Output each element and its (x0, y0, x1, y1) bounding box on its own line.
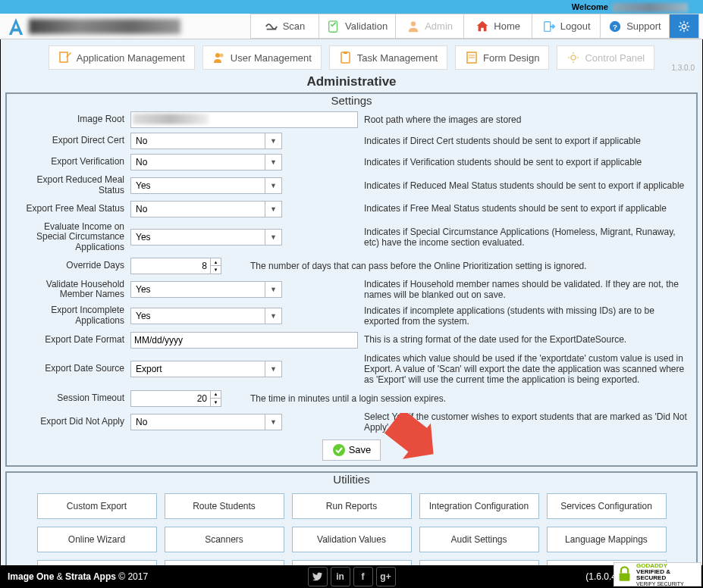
btn-validation-values[interactable]: Validation Values (292, 527, 412, 552)
form-icon (465, 51, 479, 64)
spinner-down-icon[interactable]: ▼ (211, 399, 221, 406)
row-export-reduced: Export Reduced Meal Status Yes▼ Indicate… (14, 175, 689, 196)
btn-custom-export[interactable]: Custom Export (37, 493, 157, 519)
input-export-date-fmt[interactable] (130, 332, 358, 349)
nav-home[interactable]: Home (463, 14, 532, 39)
home-icon (475, 20, 489, 33)
svg-rect-2 (544, 21, 550, 31)
cog-icon (566, 51, 580, 64)
nav-extra[interactable] (669, 14, 699, 39)
chevron-down-icon: ▼ (265, 178, 281, 193)
twitter-icon[interactable] (308, 567, 328, 586)
select-export-verif[interactable]: No▼ (130, 154, 282, 170)
select-validate-hh[interactable]: Yes▼ (130, 281, 282, 298)
btn-language-mappings[interactable]: Language Mappings (547, 527, 667, 552)
select-export-reduced[interactable]: Yes▼ (130, 177, 282, 194)
subnav-task-management[interactable]: Task Management (329, 45, 447, 70)
row-export-incomplete: Export Incomplete Applications Yes▼ Indi… (14, 305, 689, 327)
btn-run-reports[interactable]: Run Reports (292, 493, 412, 519)
btn-services-config[interactable]: Services Configuration (547, 493, 667, 519)
nav-validation[interactable]: Validation (319, 14, 395, 39)
svg-line-11 (686, 29, 688, 30)
lock-icon (616, 565, 633, 583)
save-button[interactable]: Save (322, 439, 381, 461)
row-export-date-fmt: Export Date Format This is a string form… (14, 332, 689, 349)
nav-scan[interactable]: Scan (250, 14, 319, 39)
row-export-direct: Export Direct Cert No▼ Indicates if Dire… (14, 133, 689, 149)
linkedin-icon[interactable]: in (331, 567, 350, 586)
spinner-up-icon[interactable]: ▲ (211, 258, 221, 267)
btn-scanners[interactable]: Scanners (165, 527, 284, 552)
row-export-verif: Export Verification No▼ Indicates if Ver… (14, 154, 689, 170)
svg-point-5 (682, 24, 686, 28)
label-image-root: Image Root (14, 114, 124, 125)
chevron-down-icon: ▼ (265, 308, 281, 324)
top-nav: Scan Validation Admin Home Logout ? Supp… (0, 14, 703, 39)
svg-rect-17 (341, 52, 350, 63)
subnav-control-panel[interactable]: Control Panel (557, 45, 654, 70)
welcome-label: Welcome (572, 2, 608, 11)
subnav-app-management[interactable]: Application Management (49, 45, 195, 70)
svg-line-12 (679, 29, 681, 30)
row-eval-income: Evaluate Income on Special Circumstance … (14, 222, 689, 253)
select-export-direct[interactable]: No▼ (130, 133, 282, 149)
select-export-incomplete[interactable]: Yes▼ (130, 308, 282, 324)
page-title: Administrative (1, 74, 702, 89)
select-eval-income[interactable]: Yes▼ (130, 229, 282, 246)
select-export-dna[interactable]: No▼ (130, 414, 282, 430)
utilities-title: Utilities (7, 471, 696, 487)
nav-logout-label: Logout (560, 20, 591, 32)
spinner-down-icon[interactable]: ▼ (211, 266, 221, 274)
select-export-free[interactable]: No▼ (130, 201, 282, 217)
scan-icon (265, 20, 278, 33)
select-export-date-src[interactable]: Export▼ (130, 361, 282, 377)
row-image-root: Image Root Root path where the images ar… (14, 111, 689, 128)
row-export-free: Export Free Meal Status No▼ Indicates if… (14, 201, 689, 217)
spinner-up-icon[interactable]: ▲ (211, 391, 221, 399)
footer-brand: Image One & Strata Apps © 2017 (8, 571, 148, 582)
btn-online-wizard[interactable]: Online Wizard (37, 527, 157, 552)
row-session-timeout: Session Timeout 20▲▼ The time in minutes… (14, 390, 689, 407)
nav-logout[interactable]: Logout (532, 14, 600, 39)
chevron-down-icon: ▼ (265, 414, 281, 430)
svg-rect-18 (344, 52, 347, 54)
btn-audit-settings[interactable]: Audit Settings (419, 527, 539, 552)
logo-area (0, 14, 250, 39)
welcome-bar: Welcome (0, 0, 703, 14)
input-image-root[interactable] (130, 111, 358, 128)
svg-point-15 (215, 53, 220, 58)
doc-pencil-icon (58, 51, 72, 64)
settings-panel: Settings Image Root Root path where the … (5, 92, 698, 467)
nav-support-label: Support (626, 20, 661, 32)
footer: Image One & Strata Apps © 2017 in f g+ (… (0, 565, 703, 588)
nav-home-label: Home (494, 20, 520, 32)
btn-integration-config[interactable]: Integration Configuration (419, 493, 539, 519)
svg-point-1 (411, 21, 416, 26)
chevron-down-icon: ▼ (265, 230, 281, 245)
chevron-down-icon: ▼ (265, 155, 281, 170)
svg-point-22 (571, 55, 576, 60)
subnav-user-management[interactable]: User Management (202, 45, 322, 70)
support-icon: ? (608, 20, 622, 33)
logo-text-blur (29, 19, 180, 34)
nav-support[interactable]: ? Support (600, 14, 669, 39)
subnav-form-design[interactable]: Form Design (455, 45, 549, 70)
app-logo-icon (8, 16, 24, 37)
svg-point-27 (333, 444, 345, 456)
admin-icon (406, 20, 420, 33)
chevron-down-icon: ▼ (265, 202, 281, 217)
validation-icon (327, 20, 341, 33)
settings-title: Settings (7, 92, 696, 108)
welcome-user-blur (612, 3, 688, 12)
row-validate-hh: Validate Household Member Names Yes▼ Ind… (14, 279, 689, 301)
footer-socials: in f g+ (308, 567, 396, 586)
nav-admin[interactable]: Admin (395, 14, 463, 39)
security-seal[interactable]: GODADDY VERIFIED & SECURED VERIFY SECURI… (614, 562, 701, 586)
facebook-icon[interactable]: f (353, 567, 373, 586)
nav-scan-label: Scan (283, 20, 306, 32)
nav-admin-label: Admin (425, 20, 453, 32)
spinner-session-timeout[interactable]: 20▲▼ (130, 390, 221, 407)
spinner-override-days[interactable]: 8▲▼ (130, 258, 221, 274)
googleplus-icon[interactable]: g+ (376, 567, 396, 586)
btn-route-students[interactable]: Route Students (165, 493, 284, 519)
